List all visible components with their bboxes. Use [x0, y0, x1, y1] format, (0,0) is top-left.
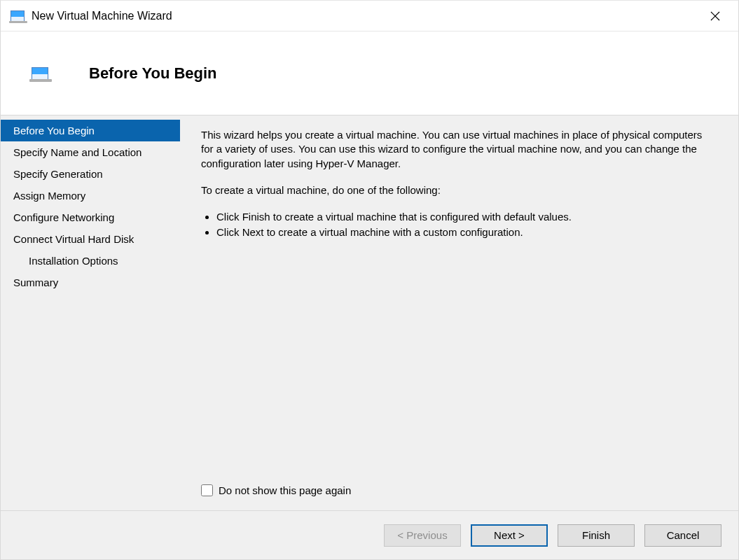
step-before-you-begin[interactable]: Before You Begin [1, 120, 180, 141]
bullet-finish: Click Finish to create a virtual machine… [216, 210, 717, 224]
do-not-show-row[interactable]: Do not show this page again [201, 484, 717, 496]
close-button[interactable] [699, 5, 731, 27]
wizard-content: This wizard helps you create a virtual m… [180, 115, 738, 510]
step-installation-options[interactable]: Installation Options [1, 250, 180, 272]
wizard-window: New Virtual Machine Wizard Before You Be… [0, 0, 739, 560]
window-title: New Virtual Machine Wizard [32, 10, 699, 22]
wizard-steps-sidebar: Before You Begin Specify Name and Locati… [1, 115, 180, 510]
wizard-header: Before You Begin [1, 31, 738, 115]
intro-paragraph: This wizard helps you create a virtual m… [201, 128, 717, 171]
bullet-next: Click Next to create a virtual machine w… [216, 225, 717, 239]
step-configure-networking[interactable]: Configure Networking [1, 206, 180, 228]
instruction-list: Click Finish to create a virtual machine… [216, 210, 717, 241]
do-not-show-checkbox[interactable] [201, 484, 213, 496]
do-not-show-label: Do not show this page again [219, 484, 351, 496]
close-icon [710, 11, 720, 21]
step-specify-generation[interactable]: Specify Generation [1, 163, 180, 185]
content-spacer [201, 254, 717, 485]
instruction-paragraph: To create a virtual machine, do one of t… [201, 183, 717, 197]
vm-wizard-header-icon [32, 67, 48, 80]
previous-button: < Previous [384, 524, 461, 547]
titlebar: New Virtual Machine Wizard [1, 1, 738, 31]
page-title: Before You Begin [89, 64, 217, 83]
next-button[interactable]: Next > [471, 524, 548, 547]
step-summary[interactable]: Summary [1, 272, 180, 293]
wizard-body: Before You Begin Specify Name and Locati… [1, 115, 738, 510]
vm-wizard-icon [11, 10, 25, 22]
wizard-footer: < Previous Next > Finish Cancel [1, 510, 738, 559]
cancel-button[interactable]: Cancel [644, 524, 721, 547]
step-assign-memory[interactable]: Assign Memory [1, 185, 180, 206]
step-specify-name-location[interactable]: Specify Name and Location [1, 141, 180, 163]
finish-button[interactable]: Finish [558, 524, 635, 547]
step-connect-vhd[interactable]: Connect Virtual Hard Disk [1, 228, 180, 250]
